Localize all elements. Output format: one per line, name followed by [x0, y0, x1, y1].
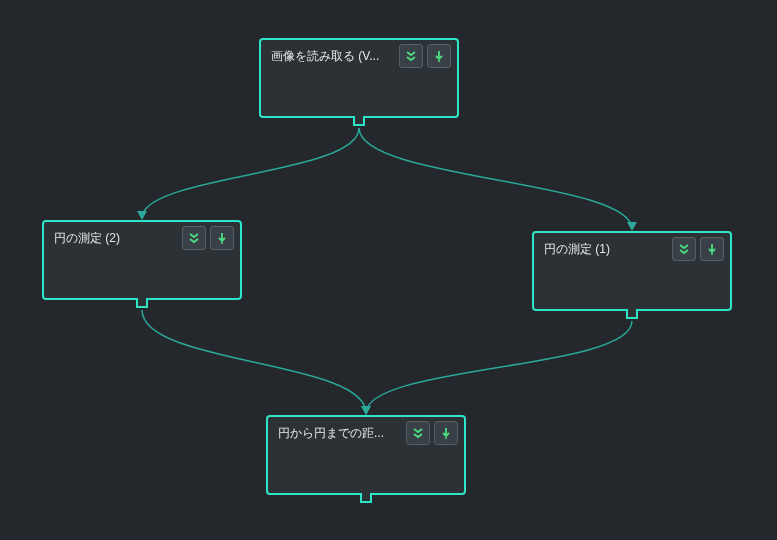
node-circle-to-circle-distance[interactable]: 円から円までの距...	[266, 415, 466, 495]
download-button[interactable]	[434, 421, 458, 445]
download-button[interactable]	[427, 44, 451, 68]
download-arrow-icon	[432, 49, 446, 63]
output-port[interactable]	[136, 298, 148, 308]
node-title: 円から円までの距...	[278, 425, 400, 442]
output-port[interactable]	[626, 309, 638, 319]
svg-point-4	[438, 60, 440, 62]
output-port[interactable]	[353, 116, 365, 126]
svg-marker-2	[361, 406, 371, 415]
output-port[interactable]	[360, 493, 372, 503]
download-button[interactable]	[210, 226, 234, 250]
node-title: 円の測定 (1)	[544, 241, 666, 258]
expand-button[interactable]	[399, 44, 423, 68]
svg-point-7	[445, 437, 447, 439]
flow-canvas[interactable]: 画像を読み取る (V...	[0, 0, 777, 540]
node-circle-measure-2[interactable]: 円の測定 (2)	[42, 220, 242, 300]
chevron-double-down-icon	[677, 242, 691, 256]
download-arrow-icon	[439, 426, 453, 440]
expand-button[interactable]	[672, 237, 696, 261]
node-circle-measure-1[interactable]: 円の測定 (1)	[532, 231, 732, 311]
node-title: 円の測定 (2)	[54, 230, 176, 247]
expand-button[interactable]	[182, 226, 206, 250]
node-read-image[interactable]: 画像を読み取る (V...	[259, 38, 459, 118]
download-arrow-icon	[705, 242, 719, 256]
chevron-double-down-icon	[187, 231, 201, 245]
svg-point-5	[221, 242, 223, 244]
download-button[interactable]	[700, 237, 724, 261]
download-arrow-icon	[215, 231, 229, 245]
svg-marker-0	[137, 211, 147, 220]
chevron-double-down-icon	[404, 49, 418, 63]
svg-marker-3	[361, 406, 371, 415]
node-title: 画像を読み取る (V...	[271, 48, 393, 65]
svg-point-6	[711, 253, 713, 255]
chevron-double-down-icon	[411, 426, 425, 440]
svg-marker-1	[627, 222, 637, 231]
expand-button[interactable]	[406, 421, 430, 445]
